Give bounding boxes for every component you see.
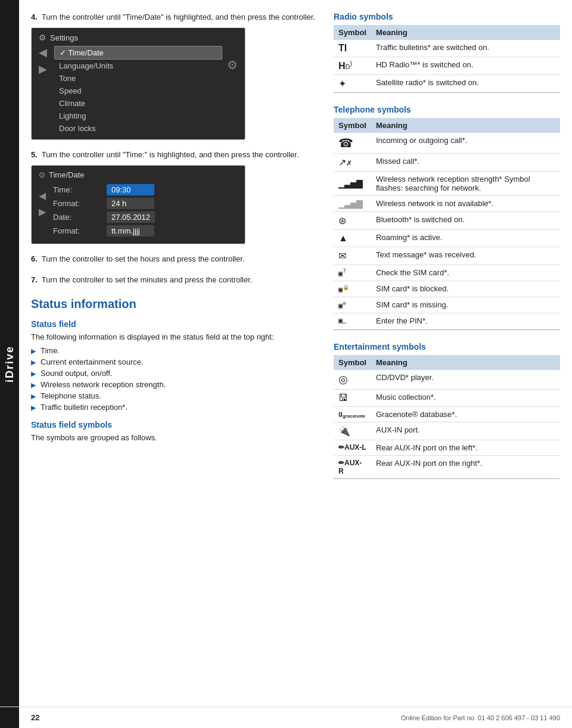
ent-sym-music: 🖫	[334, 389, 371, 406]
form-nav-right: ▶	[39, 206, 46, 217]
tel-meaning-blockedsim: SIM card* is blocked.	[371, 281, 560, 297]
settings-title: Settings	[50, 33, 78, 42]
menu-item-timedate[interactable]: ✓ Time/Date	[54, 46, 222, 60]
list-item-traffic-text: Traffic bulletin reception*.	[41, 403, 128, 412]
form-label-date: Date:	[53, 213, 107, 222]
table-row: ✦ Satellite radio* is switched on.	[334, 75, 560, 93]
list-item-wireless: ▶Wireless network reception strength.	[31, 380, 322, 389]
radio-symbols-title: Radio symbols	[334, 12, 560, 21]
ent-sym-cd: ◎	[334, 370, 371, 390]
form-row-time: Time: 09:30	[53, 184, 238, 195]
form-value-date: 27.05.2012	[107, 211, 155, 223]
status-field-list: ▶Time. ▶Current entertainment source. ▶S…	[31, 346, 322, 412]
arrow-icon-3: ▶	[31, 370, 36, 378]
table-row: ✏AUX-R Rear AUX-IN port on the right*.	[334, 455, 560, 478]
step-6-text: 6. Turn the controller to set the hours …	[31, 254, 322, 265]
step-5: 5. Turn the controller until "Time:" is …	[31, 150, 322, 244]
menu-item-climate[interactable]: Climate	[54, 97, 222, 110]
tel-sym-nosignal: ▁▃▅▇	[334, 196, 371, 212]
step-5-number: 5.	[31, 150, 38, 159]
step-6: 6. Turn the controller to set the hours …	[31, 254, 322, 265]
form-label-time: Time:	[53, 185, 107, 194]
table-row: ggracenote Gracenote® database*.	[334, 406, 560, 422]
table-row: 🖫 Music collection*.	[334, 389, 560, 406]
radio-symbols-table: Symbol Meaning TI Traffic bulletins* are…	[334, 25, 560, 93]
menu-item-doorlocks[interactable]: Door locks	[54, 122, 222, 135]
tel-meaning-checksim: Check the SIM card*.	[371, 265, 560, 281]
radio-meaning-ti: Traffic bulletins* are switched on.	[371, 40, 560, 57]
sidebar-label: iDrive	[4, 346, 16, 382]
radio-symbols-section: Radio symbols Symbol Meaning TI Traffic …	[334, 12, 560, 93]
form-label-format1: Format:	[53, 199, 107, 208]
tel-meaning-nosignal: Wireless network is not available*.	[371, 196, 560, 212]
screenshot-timedate: ⊙ Time/Date ◀ ▶ Time: 09:30 Format	[31, 165, 245, 244]
step-4: 4. Turn the controller until "Time/Date"…	[31, 12, 322, 140]
step-7-text: 7. Turn the controller to set the minute…	[31, 275, 322, 285]
list-item-time-text: Time.	[41, 346, 60, 355]
ent-meaning-auxr: Rear AUX-IN port on the right*.	[371, 455, 560, 478]
tel-sym-pin: ▣⋯	[334, 313, 371, 329]
telephone-symbols-title: Telephone symbols	[334, 105, 560, 114]
tel-sym-missed: ↗✗	[334, 154, 371, 172]
menu-item-speed[interactable]: Speed	[54, 85, 222, 97]
radio-sym-satellite: ✦	[334, 75, 371, 93]
left-column: 4. Turn the controller until "Time/Date"…	[31, 12, 322, 491]
ent-meaning-cd: CD/DVD* player.	[371, 370, 560, 390]
page-number: 22	[31, 713, 39, 722]
list-item-sound: ▶Sound output, on/off.	[31, 369, 322, 378]
entertainment-symbols-section: Entertainment symbols Symbol Meaning ◎ C…	[334, 342, 560, 479]
step-4-text: 4. Turn the controller until "Time/Date"…	[31, 12, 322, 23]
table-row: ▲ Roaming* is active.	[334, 230, 560, 247]
table-row: ▁▃▅▇ Wireless network reception strength…	[334, 172, 560, 196]
ent-meaning-gracenote: Gracenote® database*.	[371, 406, 560, 422]
form-nav-left: ◀	[39, 190, 46, 201]
telephone-symbols-section: Telephone symbols Symbol Meaning ☎ Incom…	[334, 105, 560, 329]
table-row: ▣⊘ SIM card* is missing.	[334, 297, 560, 313]
tel-sym-missingsim: ▣⊘	[334, 297, 371, 313]
arrow-icon-5: ▶	[31, 393, 36, 400]
table-row: HD) HD Radio™* is switched on.	[334, 57, 560, 75]
form-value-format1: 24 h	[107, 198, 154, 209]
table-row: ▣⋯ Enter the PIN*.	[334, 313, 560, 329]
menu-item-language[interactable]: Language/Units	[54, 60, 222, 72]
tel-meaning-call: Incoming or outgoing call*.	[371, 133, 560, 154]
tel-sym-blockedsim: ▣🔒	[334, 281, 371, 297]
ent-col-meaning: Meaning	[371, 355, 560, 370]
table-row: ⊛ Bluetooth* is switched on.	[334, 212, 560, 230]
arrow-icon-2: ▶	[31, 359, 36, 366]
timedate-icon: ⊙	[39, 170, 45, 179]
tel-sym-call: ☎	[334, 133, 371, 154]
step-4-number: 4.	[31, 13, 38, 21]
list-item-entertainment: ▶Current entertainment source.	[31, 357, 322, 366]
form-value-time: 09:30	[107, 184, 154, 195]
menu-item-tone[interactable]: Tone	[54, 72, 222, 85]
list-item-sound-text: Sound output, on/off.	[41, 369, 112, 378]
tel-col-symbol: Symbol	[334, 118, 371, 133]
tel-meaning-signal: Wireless network reception strength* Sym…	[371, 172, 560, 196]
list-item-telephone-text: Telephone status.	[41, 391, 101, 400]
settings-icon: ⚙	[39, 33, 46, 42]
table-row: ▣🔒 SIM card* is blocked.	[334, 281, 560, 297]
form-value-format2: tt.mm.jjjj	[107, 225, 154, 237]
tel-meaning-missed: Missed call*.	[371, 154, 560, 172]
section-status-info: Status information	[31, 297, 322, 311]
tel-meaning-pin: Enter the PIN*.	[371, 313, 560, 329]
tel-sym-roaming: ▲	[334, 230, 371, 247]
ent-col-symbol: Symbol	[334, 355, 371, 370]
radio-sym-ti: TI	[334, 40, 371, 57]
ent-meaning-aux: AUX-IN port.	[371, 422, 560, 440]
menu-item-lighting[interactable]: Lighting	[54, 110, 222, 122]
status-field-heading: Status field	[31, 319, 322, 329]
step-6-number: 6.	[31, 254, 38, 263]
table-row: ☎ Incoming or outgoing call*.	[334, 133, 560, 154]
list-item-time: ▶Time.	[31, 346, 322, 355]
radio-sym-hd: HD)	[334, 57, 371, 75]
right-column: Radio symbols Symbol Meaning TI Traffic …	[334, 12, 560, 491]
tel-col-meaning: Meaning	[371, 118, 560, 133]
table-row: ↗✗ Missed call*.	[334, 154, 560, 172]
tel-sym-signal: ▁▃▅▇	[334, 172, 371, 196]
step-7-number: 7.	[31, 275, 38, 284]
step-5-text: 5. Turn the controller until "Time:" is …	[31, 150, 322, 160]
ent-sym-gracenote: ggracenote	[334, 406, 371, 422]
table-row: ▁▃▅▇ Wireless network is not available*.	[334, 196, 560, 212]
